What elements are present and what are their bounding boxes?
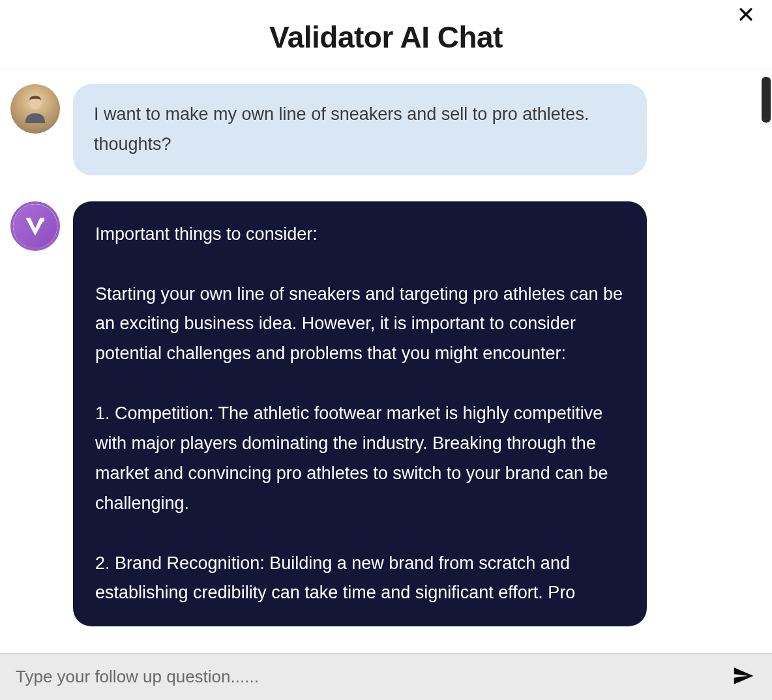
chat-messages: I want to make my own line of sneakers a… <box>0 68 772 635</box>
close-icon <box>738 5 754 27</box>
bot-avatar <box>10 201 60 251</box>
input-bar <box>0 653 772 700</box>
validator-logo-icon <box>13 204 57 248</box>
svg-point-3 <box>40 218 44 222</box>
chat-header: Validator AI Chat <box>0 0 772 68</box>
user-avatar <box>10 84 60 134</box>
message-row-user: I want to make my own line of sneakers a… <box>10 84 762 175</box>
user-message-bubble: I want to make my own line of sneakers a… <box>73 84 647 175</box>
close-button[interactable] <box>735 5 756 26</box>
paper-plane-icon <box>732 665 754 690</box>
bot-message-bubble: Important things to consider: Starting y… <box>73 201 647 627</box>
user-avatar-image <box>10 84 60 134</box>
send-button[interactable] <box>730 664 756 690</box>
page-title: Validator AI Chat <box>0 20 772 55</box>
message-input[interactable] <box>16 667 730 687</box>
message-row-bot: Important things to consider: Starting y… <box>10 201 762 627</box>
